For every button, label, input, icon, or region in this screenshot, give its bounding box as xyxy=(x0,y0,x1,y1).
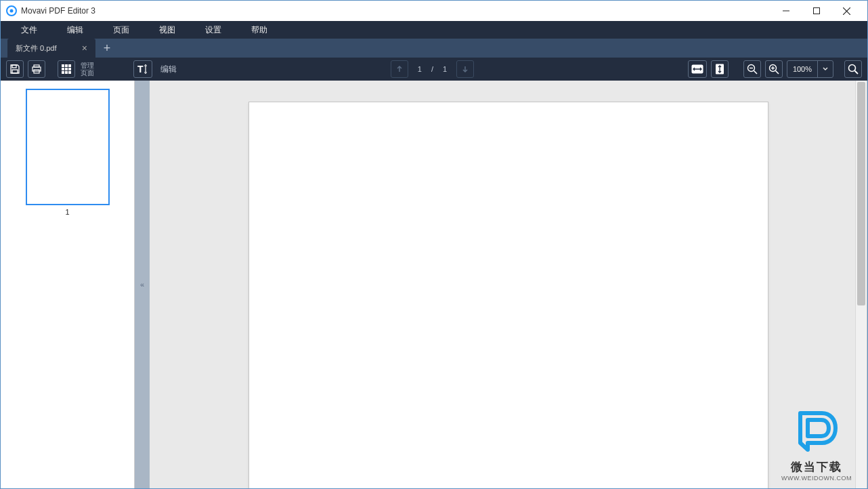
svg-rect-7 xyxy=(12,70,18,73)
minimize-button[interactable] xyxy=(771,1,801,21)
page-total: 1 xyxy=(443,65,447,73)
zoom-level-select[interactable]: 100% xyxy=(787,60,833,78)
watermark: 微当下载 WWW.WEIDOWN.COM xyxy=(781,405,852,482)
content-area: 1 « 微当下载 WWW.WEIDOWN.COM xyxy=(1,81,867,488)
vertical-scrollbar[interactable] xyxy=(855,81,867,488)
menu-view[interactable]: 视图 xyxy=(144,21,190,39)
fit-page-button[interactable] xyxy=(711,60,729,78)
next-page-button[interactable] xyxy=(456,60,474,78)
svg-rect-14 xyxy=(62,68,64,70)
svg-line-31 xyxy=(855,71,859,75)
svg-point-1 xyxy=(10,9,14,13)
app-title: Movavi PDF Editor 3 xyxy=(21,6,771,16)
text-edit-icon: T xyxy=(137,64,149,75)
maximize-button[interactable] xyxy=(801,1,831,21)
search-button[interactable] xyxy=(844,60,862,78)
manage-pages-label: 管理 页面 xyxy=(81,62,94,77)
svg-rect-16 xyxy=(68,68,71,70)
save-icon xyxy=(9,64,20,75)
search-icon xyxy=(848,64,859,75)
watermark-text-2: WWW.WEIDOWN.COM xyxy=(781,475,852,482)
svg-rect-11 xyxy=(62,64,64,67)
prev-page-button[interactable] xyxy=(391,60,408,78)
svg-rect-3 xyxy=(813,8,819,14)
zoom-in-button[interactable] xyxy=(765,60,783,78)
menu-file[interactable]: 文件 xyxy=(6,21,52,39)
menu-edit[interactable]: 编辑 xyxy=(52,21,98,39)
window-controls xyxy=(771,1,862,21)
chevron-down-icon[interactable] xyxy=(818,66,833,72)
svg-text:T: T xyxy=(137,64,144,75)
svg-rect-19 xyxy=(68,71,71,74)
page-separator: / xyxy=(431,65,433,73)
svg-line-24 xyxy=(754,71,757,75)
svg-rect-13 xyxy=(68,64,71,67)
page-thumbnails-button[interactable] xyxy=(58,60,75,78)
tab-bar: 新文件 0.pdf × + xyxy=(1,39,867,58)
menu-settings[interactable]: 设置 xyxy=(190,21,236,39)
menu-help[interactable]: 帮助 xyxy=(236,21,282,39)
svg-rect-12 xyxy=(65,64,68,67)
fit-width-button[interactable] xyxy=(688,60,707,78)
zoom-out-icon xyxy=(747,64,758,75)
page-current: 1 xyxy=(418,65,422,73)
print-button[interactable] xyxy=(28,60,45,78)
svg-rect-18 xyxy=(65,71,68,74)
tab-label: 新文件 0.pdf xyxy=(16,43,74,54)
zoom-in-icon xyxy=(768,64,779,75)
save-button[interactable] xyxy=(6,60,24,78)
new-tab-button[interactable]: + xyxy=(97,39,117,58)
svg-rect-17 xyxy=(62,71,64,74)
title-bar: Movavi PDF Editor 3 xyxy=(1,1,867,21)
print-icon xyxy=(31,64,42,75)
sidebar-collapse-button[interactable]: « xyxy=(135,81,150,488)
fit-page-icon xyxy=(714,64,725,75)
document-tab[interactable]: 新文件 0.pdf × xyxy=(7,39,95,58)
page-navigator: 1 / 1 xyxy=(391,60,474,78)
grid-icon xyxy=(61,64,72,75)
thumbnail-number: 1 xyxy=(9,208,126,216)
svg-rect-15 xyxy=(65,68,68,70)
page-thumbnail[interactable] xyxy=(26,89,110,205)
chevron-left-icon: « xyxy=(140,280,144,289)
edit-text-button[interactable]: T xyxy=(133,60,152,78)
zoom-out-button[interactable] xyxy=(743,60,761,78)
app-logo-icon xyxy=(6,5,17,16)
menu-bar: 文件 编辑 页面 视图 设置 帮助 xyxy=(1,21,867,39)
svg-rect-6 xyxy=(12,65,16,68)
arrow-down-icon xyxy=(461,65,469,73)
menu-page[interactable]: 页面 xyxy=(98,21,144,39)
edit-label: 编辑 xyxy=(160,64,177,75)
pdf-page[interactable] xyxy=(248,102,768,488)
toolbar: 管理 页面 T 编辑 1 / 1 100% xyxy=(1,58,867,81)
close-tab-icon[interactable]: × xyxy=(82,43,87,54)
watermark-text-1: 微当下载 xyxy=(781,459,852,475)
arrow-up-icon xyxy=(395,65,404,73)
watermark-logo-icon xyxy=(790,405,843,458)
thumbnails-panel: 1 xyxy=(1,81,135,488)
close-window-button[interactable] xyxy=(831,1,862,21)
fit-width-icon xyxy=(691,64,703,74)
scrollbar-thumb[interactable] xyxy=(857,82,865,305)
zoom-value: 100% xyxy=(787,61,818,77)
svg-line-27 xyxy=(775,71,779,75)
document-canvas[interactable]: 微当下载 WWW.WEIDOWN.COM xyxy=(150,81,867,488)
svg-point-30 xyxy=(849,65,856,72)
